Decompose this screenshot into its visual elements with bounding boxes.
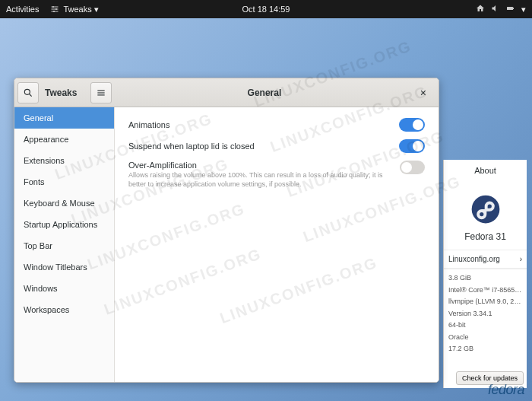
svg-rect-1 bbox=[51, 9, 58, 10]
app-menu[interactable]: Tweaks ▾ bbox=[49, 5, 98, 14]
network-icon bbox=[476, 4, 485, 14]
search-button[interactable] bbox=[17, 82, 39, 103]
disk-row: 17.2 GB bbox=[448, 343, 522, 355]
ostype-row: 64-bit bbox=[448, 320, 522, 332]
chevron-right-icon: › bbox=[520, 255, 522, 263]
svg-rect-7 bbox=[513, 8, 514, 9]
cpu-row: Intel® Core™ i7-8565U CPU @ … bbox=[448, 285, 522, 297]
headerbar: Tweaks General × bbox=[14, 78, 439, 107]
sidebar-item-appearance[interactable]: Appearance bbox=[14, 129, 114, 150]
fedora-wordmark: fedora bbox=[488, 382, 524, 398]
fedora-logo-icon bbox=[470, 193, 502, 225]
content-pane: Animations Suspend when laptop lid is cl… bbox=[115, 107, 439, 382]
svg-rect-12 bbox=[97, 92, 104, 93]
sidebar-item-titlebars[interactable]: Window Titlebars bbox=[14, 256, 114, 278]
top-panel: Activities Tweaks ▾ Oct 18 14:59 ▾ bbox=[0, 0, 532, 18]
distro-name: Fedora 31 bbox=[444, 231, 527, 242]
battery-icon bbox=[506, 4, 515, 14]
label-suspend: Suspend when laptop lid is closed bbox=[128, 142, 255, 151]
chevron-down-icon: ▾ bbox=[521, 5, 526, 14]
sidebar-item-extensions[interactable]: Extensions bbox=[14, 150, 114, 171]
label-animations: Animations bbox=[128, 120, 169, 129]
about-heading: About bbox=[444, 160, 527, 186]
label-overamp: Over-Amplification bbox=[128, 161, 400, 170]
clock[interactable]: Oct 18 14:59 bbox=[242, 5, 290, 14]
close-button[interactable]: × bbox=[414, 84, 432, 102]
toggle-suspend[interactable] bbox=[399, 139, 425, 153]
svg-point-3 bbox=[52, 6, 54, 8]
about-details: 3.8 GiB Intel® Core™ i7-8565U CPU @ … ll… bbox=[444, 269, 527, 358]
svg-rect-0 bbox=[51, 7, 58, 8]
svg-point-9 bbox=[24, 89, 30, 94]
svg-rect-11 bbox=[97, 90, 104, 91]
toggle-animations[interactable] bbox=[399, 118, 425, 132]
row-animations: Animations bbox=[128, 118, 425, 132]
system-tray[interactable]: ▾ bbox=[476, 4, 526, 14]
svg-point-5 bbox=[53, 11, 55, 12]
menu-button[interactable] bbox=[90, 82, 112, 103]
sidebar: General Appearance Extensions Fonts Keyb… bbox=[14, 107, 115, 382]
sidebar-item-general[interactable]: General bbox=[14, 107, 114, 129]
tweaks-window: Tweaks General × General Appearance Exte… bbox=[14, 78, 439, 383]
virt-row: Oracle bbox=[448, 332, 522, 344]
svg-point-4 bbox=[55, 8, 57, 10]
activities-button[interactable]: Activities bbox=[6, 5, 39, 14]
sidebar-item-keyboard-mouse[interactable]: Keyboard & Mouse bbox=[14, 193, 114, 214]
desc-overamp: Allows raising the volume above 100%. Th… bbox=[128, 171, 400, 189]
sidebar-item-windows[interactable]: Windows bbox=[14, 278, 114, 299]
sidebar-item-workspaces[interactable]: Workspaces bbox=[14, 299, 114, 320]
volume-icon bbox=[491, 4, 500, 14]
svg-rect-6 bbox=[507, 7, 513, 10]
headerbar-title-left: Tweaks bbox=[45, 88, 89, 98]
sidebar-item-top-bar[interactable]: Top Bar bbox=[14, 235, 114, 256]
row-overamp: Over-Amplification Allows raising the vo… bbox=[128, 161, 425, 189]
memory-row: 3.8 GiB bbox=[448, 272, 522, 285]
row-suspend: Suspend when laptop lid is closed bbox=[128, 139, 425, 153]
svg-line-10 bbox=[30, 94, 32, 96]
gnome-row: Version 3.34.1 bbox=[448, 308, 522, 320]
sidebar-item-fonts[interactable]: Fonts bbox=[14, 171, 114, 193]
headerbar-title-center: General bbox=[115, 88, 414, 98]
hostname-row[interactable]: Linuxconfig.org› bbox=[444, 250, 527, 269]
toggle-overamp[interactable] bbox=[400, 161, 425, 174]
svg-rect-13 bbox=[97, 94, 104, 95]
tweaks-app-icon bbox=[49, 5, 59, 14]
gpu-row: llvmpipe (LLVM 9.0, 256 bits) bbox=[448, 296, 522, 308]
about-window: About Fedora 31 Linuxconfig.org› 3.8 GiB… bbox=[443, 160, 527, 388]
sidebar-item-startup[interactable]: Startup Applications bbox=[14, 214, 114, 235]
